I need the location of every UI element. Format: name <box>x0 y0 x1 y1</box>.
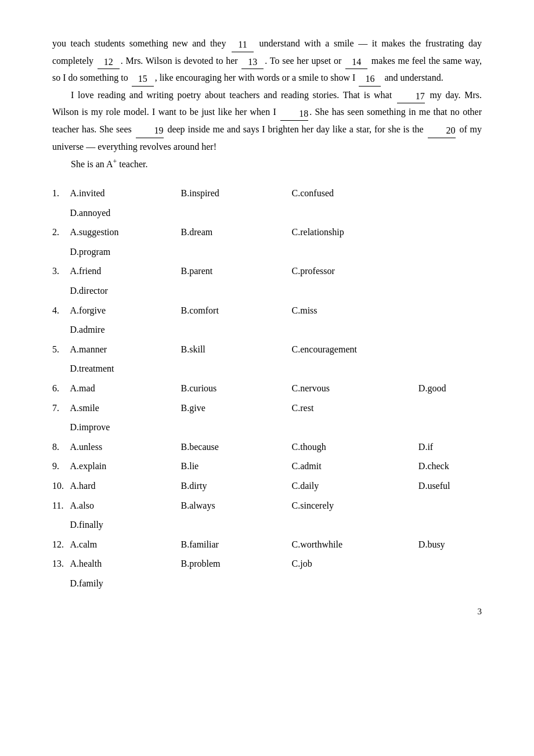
q5-a: A.manner <box>70 340 181 359</box>
q6-c: C.nervous <box>292 379 418 398</box>
q4-d: D.admire <box>70 320 482 340</box>
q4-d-empty <box>418 301 482 321</box>
q8-d: D.if <box>418 437 482 457</box>
blank-17: 17 <box>397 90 425 103</box>
blank-13: 13 <box>241 56 264 69</box>
q9-num: 9. <box>52 456 70 476</box>
para1-text4: . To see her upset or <box>265 56 344 66</box>
q5-c: C.encouragement <box>292 340 418 359</box>
blank-20: 20 <box>428 124 456 138</box>
q8-c: C.though <box>292 437 418 457</box>
q10-d: D.useful <box>418 476 482 496</box>
q12-b: B.familiar <box>181 535 292 555</box>
q1-num: 1. <box>52 183 70 203</box>
question-7-d-row: D.improve <box>52 417 482 437</box>
q13-b: B.problem <box>181 554 292 574</box>
blank-12: 12 <box>98 56 120 69</box>
page: you teach students something new and the… <box>0 0 534 640</box>
q11-a: A.also <box>70 496 181 516</box>
q12-c: C.worthwhile <box>292 535 418 555</box>
para1-text6: , like encouraging her with words or a s… <box>155 73 358 82</box>
question-4-row: 4. A.forgive B.comfort C.miss <box>52 301 482 321</box>
q10-b: B.dirty <box>181 476 292 496</box>
page-number: 3 <box>478 607 482 617</box>
question-4-d-row: D.admire <box>52 320 482 340</box>
q9-c: C.admit <box>292 456 418 476</box>
question-11-row: 11. A.also B.always C.sincerely <box>52 496 482 516</box>
q2-d-empty <box>418 222 482 242</box>
q4-b: B.comfort <box>181 301 292 321</box>
q8-a: A.unless <box>70 437 181 457</box>
q7-c: C.rest <box>292 398 418 418</box>
q8-b: B.because <box>181 437 292 457</box>
blank-11: 11 <box>232 38 254 52</box>
q6-a: A.mad <box>70 379 181 398</box>
q11-d-empty <box>418 496 482 516</box>
q12-a: A.calm <box>70 535 181 555</box>
q13-c: C.job <box>292 554 418 574</box>
superscript-plus: + <box>113 157 117 165</box>
q7-a: A.smile <box>70 398 181 418</box>
q1-d-empty <box>418 183 482 203</box>
q3-d-empty <box>418 261 482 281</box>
blank-19: 19 <box>136 124 164 138</box>
question-7-row: 7. A.smile B.give C.rest <box>52 398 482 418</box>
q13-num: 13. <box>52 554 70 574</box>
q3-d: D.director <box>70 281 482 301</box>
q4-c: C.miss <box>292 301 418 321</box>
paragraph-2: I love reading and writing poetry about … <box>52 87 482 155</box>
q1-b: B.inspired <box>181 183 292 203</box>
q11-b: B.always <box>181 496 292 516</box>
q3-a: A.friend <box>70 261 181 281</box>
blank-15: 15 <box>132 73 154 86</box>
question-9-row: 9. A.explain B.lie C.admit D.check <box>52 456 482 476</box>
q3-c: C.professor <box>292 261 418 281</box>
question-3-d-row: D.director <box>52 281 482 301</box>
blank-16: 16 <box>359 73 381 86</box>
q13-a: A.health <box>70 554 181 574</box>
para2-text4: deep inside me and says I brighten her d… <box>165 124 427 134</box>
q1-a: A.invited <box>70 183 181 203</box>
q4-num: 4. <box>52 301 70 321</box>
para1-text3: . Mrs. Wilson is devoted to her <box>121 56 240 66</box>
question-1-d-row: D.annoyed <box>52 203 482 223</box>
q13-d: D.family <box>70 574 482 593</box>
options-section: 1. A.invited B.inspired C.confused D.ann… <box>52 183 482 593</box>
q7-num: 7. <box>52 398 70 418</box>
q2-d: D.program <box>70 242 482 262</box>
q10-c: C.daily <box>292 476 418 496</box>
q2-num: 2. <box>52 222 70 242</box>
q5-num: 5. <box>52 340 70 359</box>
q1-d: D.annoyed <box>70 203 482 223</box>
question-3-row: 3. A.friend B.parent C.professor <box>52 261 482 281</box>
q11-d: D.finally <box>70 515 482 535</box>
question-12-row: 12. A.calm B.familiar C.worthwhile D.bus… <box>52 535 482 555</box>
closing-line: She is an A+ teacher. <box>52 155 482 173</box>
q3-b: B.parent <box>181 261 292 281</box>
q8-num: 8. <box>52 437 70 457</box>
question-2-row: 2. A.suggestion B.dream C.relationship <box>52 222 482 242</box>
para1-text1: you teach students something new and the… <box>52 38 230 48</box>
closing-text: She is an A+ teacher. <box>71 159 148 169</box>
q10-num: 10. <box>52 476 70 496</box>
q9-b: B.lie <box>181 456 292 476</box>
q1-c: C.confused <box>292 183 418 203</box>
q7-b: B.give <box>181 398 292 418</box>
q2-c: C.relationship <box>292 222 418 242</box>
paragraph-1: you teach students something new and the… <box>52 35 482 87</box>
q6-b: B.curious <box>181 379 292 398</box>
q10-a: A.hard <box>70 476 181 496</box>
question-6-row: 6. A.mad B.curious C.nervous D.good <box>52 379 482 398</box>
q2-b: B.dream <box>181 222 292 242</box>
question-5-d-row: D.treatment <box>52 359 482 379</box>
q4-a: A.forgive <box>70 301 181 321</box>
q12-d: D.busy <box>418 535 482 555</box>
answers-table: 1. A.invited B.inspired C.confused D.ann… <box>52 183 482 593</box>
blank-14: 14 <box>345 56 367 69</box>
question-10-row: 10. A.hard B.dirty C.daily D.useful <box>52 476 482 496</box>
para1-text7: and understand. <box>382 73 443 82</box>
question-13-d-row: D.family <box>52 574 482 593</box>
q5-d-empty <box>418 340 482 359</box>
question-11-d-row: D.finally <box>52 515 482 535</box>
question-13-row: 13. A.health B.problem C.job <box>52 554 482 574</box>
